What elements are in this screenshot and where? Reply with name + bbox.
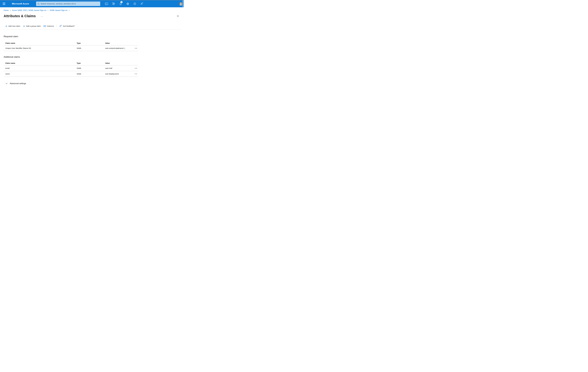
gear-icon — [126, 2, 129, 5]
cloud-shell-icon — [105, 2, 108, 5]
user-avatar[interactable] — [179, 2, 183, 6]
settings-button[interactable] — [125, 0, 130, 7]
chevron-right-icon — [10, 10, 11, 11]
table-header-row: Claim name Type Value — [3, 61, 138, 65]
add-group-claim-button[interactable]: Add a group claim — [22, 24, 42, 28]
got-feedback-label: Got feedback? — [63, 25, 75, 27]
table-row[interactable]: name SAML user.displayname — [3, 71, 138, 77]
azure-top-bar: Microsoft Azure 6 — [0, 0, 184, 7]
chevron-right-icon — [69, 10, 70, 11]
add-group-claim-label: Add a group claim — [26, 25, 41, 27]
additional-claims-table: Claim name Type Value email SAML user.ma… — [3, 61, 138, 77]
breadcrumb: Home Azure SAML SSO | SAML-based Sign-on… — [4, 9, 184, 11]
directory-filter-button[interactable] — [111, 0, 116, 7]
add-new-claim-button[interactable]: Add new claim — [4, 24, 22, 28]
feedback-icon — [59, 25, 62, 27]
column-header-value: Value — [105, 62, 133, 64]
directory-filter-icon — [112, 2, 115, 5]
hamburger-menu-button[interactable] — [1, 0, 7, 7]
columns-button[interactable]: Columns — [42, 24, 55, 28]
command-bar: Add new claim Add a group claim Columns … — [4, 24, 184, 28]
columns-label: Columns — [47, 25, 54, 27]
table-row[interactable]: email SAML user.mail — [3, 65, 138, 71]
add-new-claim-label: Add new claim — [8, 25, 20, 27]
search-icon — [38, 3, 40, 5]
additional-claims-heading: Additional claims — [4, 55, 184, 58]
required-claim-heading: Required claim — [4, 35, 184, 38]
cloud-shell-button[interactable] — [104, 0, 109, 7]
help-icon: ? — [133, 2, 136, 5]
plus-icon — [5, 25, 7, 27]
search-input[interactable] — [41, 3, 99, 5]
ellipsis-icon — [135, 68, 135, 68]
claim-value-cell: user.mail — [105, 67, 133, 69]
column-header-type: Type — [77, 42, 105, 44]
required-claim-table: Claim name Type Value Unique User Identi… — [3, 41, 138, 51]
feedback-icon — [140, 2, 143, 5]
notification-badge: 6 — [120, 1, 123, 3]
top-bar-actions: 6 ? — [104, 0, 144, 7]
breadcrumb-link-home[interactable]: Home — [4, 9, 9, 11]
column-header-value: Value — [105, 42, 133, 44]
ellipsis-icon — [41, 16, 41, 17]
svg-text:?: ? — [134, 3, 135, 5]
hamburger-icon — [3, 3, 5, 3]
claim-name-cell: name — [5, 73, 77, 75]
close-button[interactable] — [177, 15, 179, 17]
claim-type-cell: SAML — [77, 47, 105, 49]
columns-icon — [44, 25, 46, 27]
global-search[interactable] — [36, 1, 100, 6]
got-feedback-button[interactable]: Got feedback? — [58, 24, 76, 28]
advanced-settings-label: Advanced settings — [10, 82, 26, 85]
ellipsis-icon — [135, 74, 135, 74]
row-context-menu-button[interactable] — [135, 73, 137, 75]
claim-name-cell: Unique User Identifier (Name ID) — [5, 47, 77, 49]
breadcrumb-link-saml-sso[interactable]: Azure SAML SSO | SAML-based Sign-on — [12, 9, 46, 11]
close-icon — [177, 15, 179, 17]
column-header-type: Type — [77, 62, 105, 64]
claim-type-cell: SAML — [77, 73, 105, 75]
claim-value-cell: user.displayname — [105, 73, 133, 75]
table-header-row: Claim name Type Value — [3, 41, 138, 45]
column-header-claim-name: Claim name — [5, 62, 77, 64]
plus-icon — [23, 25, 25, 27]
title-context-menu-button[interactable] — [41, 16, 43, 17]
row-context-menu-button[interactable] — [135, 47, 137, 49]
azure-brand[interactable]: Microsoft Azure — [12, 2, 29, 5]
page-title: Attributes & Claims — [4, 14, 36, 18]
advanced-settings-toggle[interactable]: Advanced settings — [6, 82, 26, 85]
claim-type-cell: SAML — [77, 67, 105, 69]
scrollbar[interactable] — [182, 0, 184, 7]
feedback-button[interactable] — [139, 0, 144, 7]
column-header-claim-name: Claim name — [5, 42, 77, 44]
help-button[interactable]: ? — [132, 0, 137, 7]
table-row[interactable]: Unique User Identifier (Name ID) SAML us… — [3, 45, 138, 51]
breadcrumb-link-saml-signon[interactable]: SAML-based Sign-on — [50, 9, 67, 11]
row-context-menu-button[interactable] — [135, 67, 137, 69]
claim-name-cell: email — [5, 67, 77, 69]
claim-value-cell: user.userprincipalname [... — [105, 47, 133, 49]
chevron-right-icon — [48, 10, 48, 11]
chevron-down-icon — [6, 83, 8, 84]
notifications-button[interactable]: 6 — [118, 0, 123, 7]
ellipsis-icon — [135, 48, 135, 48]
